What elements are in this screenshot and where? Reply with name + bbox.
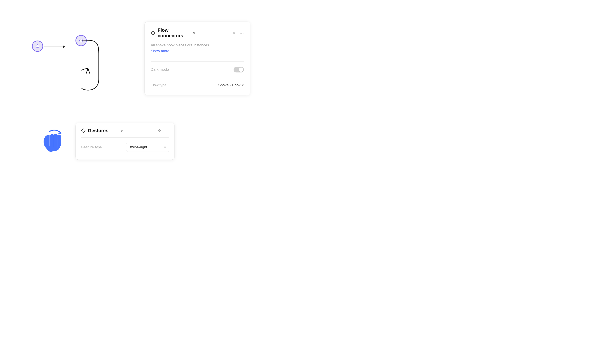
ellipsis-icon[interactable]: ··· [240,31,244,35]
gesture-illustration [35,125,70,159]
dark-mode-row: Dark-mode [151,65,244,74]
gesture-type-value: swipe-right [129,145,147,149]
flow-type-value: Snake - Hook [218,83,241,87]
node-left-inner [36,45,39,48]
four-dots-icon[interactable]: ❖ [232,31,236,35]
gesture-dropdown-chevron: ∨ [164,146,166,149]
gesture-type-label: Gesture type [81,145,102,149]
panel-header: Flow connectors ∨ ❖ ··· [151,27,244,39]
panel-description: All snake hook pieces are instances ... [151,43,244,48]
dark-mode-toggle[interactable] [233,67,244,72]
gestures-panel-header: Gestures ∨ ❖ ··· [81,128,169,134]
snake-hook-path [81,34,116,93]
dark-mode-label: Dark-mode [151,68,169,72]
gestures-panel: Gestures ∨ ❖ ··· Gesture type swipe-righ… [75,123,175,160]
gesture-type-row: Gesture type swipe-right ∨ [81,141,169,154]
gestures-ellipsis-icon[interactable]: ··· [165,128,169,133]
gestures-four-dots-icon[interactable]: ❖ [158,128,161,133]
arrow-right [44,45,65,48]
flow-type-label: Flow type [151,83,166,87]
arrow-head [63,45,65,48]
flow-type-dropdown[interactable]: Snake - Hook ∨ [218,83,244,87]
flow-type-chevron: ∨ [242,83,244,87]
gestures-panel-title: Gestures [88,128,118,134]
gestures-panel-chevron[interactable]: ∨ [121,129,123,133]
diamond-icon [151,31,155,35]
show-more-link[interactable]: Show more [151,49,169,53]
panel-title: Flow connectors [158,27,190,39]
flow-connectors-panel: Flow connectors ∨ ❖ ··· All snake hook p… [144,22,250,95]
gestures-diamond-icon [81,128,86,133]
flow-panel-chevron[interactable]: ∨ [193,31,195,35]
node-left [32,41,43,52]
flow-connector-canvas [26,22,134,101]
divider-1 [151,61,244,62]
divider-2 [151,78,244,78]
arrow-line [44,46,63,47]
flow-type-row: Flow type Snake - Hook ∨ [151,81,244,89]
gesture-type-dropdown[interactable]: swipe-right ∨ [126,143,169,152]
